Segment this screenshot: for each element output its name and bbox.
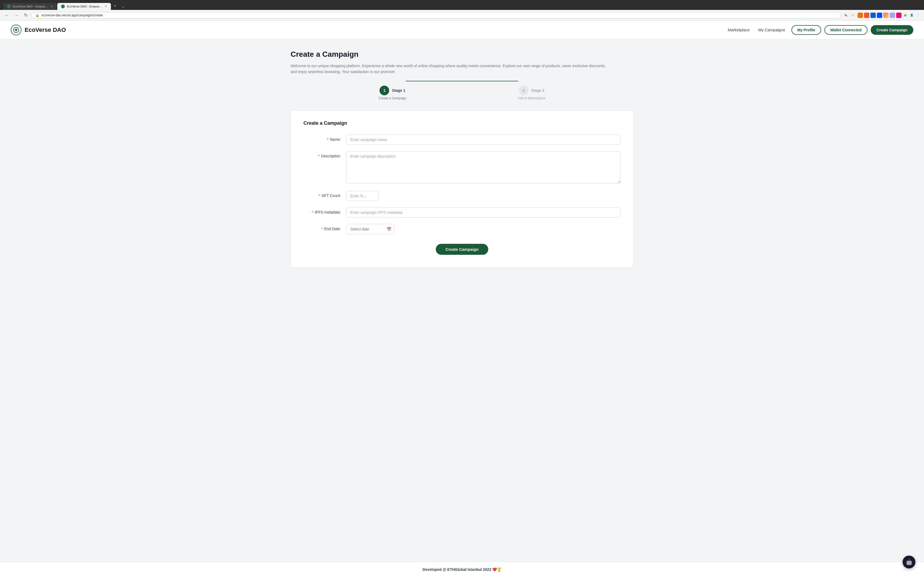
- logo-svg: [13, 27, 19, 33]
- ext-uniswap[interactable]: [896, 13, 901, 18]
- step-1: 1 Stage 1 Create a Campaign: [378, 85, 406, 100]
- brand-logo: [11, 25, 21, 35]
- ext-rainbow[interactable]: [883, 13, 888, 18]
- end-date-label: * End Date:: [304, 224, 346, 231]
- campaign-form: * Name: * Description:: [304, 135, 620, 255]
- description-field-row: * Description:: [304, 151, 620, 184]
- ext-profile[interactable]: 👤: [909, 13, 914, 18]
- end-date-field-row: * End Date: 📅: [304, 224, 620, 234]
- nft-count-required-star: *: [319, 193, 320, 198]
- form-card-title: Create a Campaign: [304, 121, 620, 126]
- footer-text: Developed @ ETHGlobal Istanbul 2023 ❤️🏆: [5, 567, 919, 572]
- name-required-star: *: [327, 137, 328, 142]
- tab-list-button[interactable]: ⌄: [119, 3, 127, 10]
- description-control: [346, 151, 620, 184]
- ipfs-required-star: *: [312, 210, 313, 214]
- ipfs-input[interactable]: [346, 208, 620, 218]
- chat-widget-icon: 🤖: [906, 559, 913, 565]
- footer: Developed @ ETHGlobal Istanbul 2023 ❤️🏆: [0, 562, 924, 577]
- ext-phantom[interactable]: [890, 13, 895, 18]
- description-required-star: *: [318, 154, 320, 158]
- tab-close-2[interactable]: ✕: [105, 5, 107, 8]
- new-tab-button[interactable]: +: [111, 2, 119, 10]
- description-label: * Description:: [304, 151, 346, 158]
- ipfs-field-row: * IPFS metadata:: [304, 208, 620, 218]
- page-title: Create a Campaign: [291, 50, 633, 59]
- tab-title-1: EcoVerse DAO - Empowering...: [13, 5, 48, 8]
- name-input[interactable]: [346, 135, 620, 145]
- main-content: Create a Campaign Welcome to our unique …: [275, 39, 649, 562]
- tab-favicon-2: [61, 5, 65, 8]
- form-card: Create a Campaign * Name: * D: [291, 111, 633, 268]
- wallet-connected-button[interactable]: Wallet Connected: [824, 25, 867, 35]
- ext-coinbase[interactable]: [877, 13, 882, 18]
- browser-tab-2[interactable]: EcoVerse DAO - Empowering... ✕: [57, 3, 111, 10]
- step-connector: [406, 81, 518, 81]
- nft-count-field-row: * NFT Count:: [304, 191, 620, 201]
- ipfs-control: [346, 208, 620, 218]
- brand-title: EcoVerse DAO: [25, 26, 66, 34]
- date-input-wrapper: 📅: [346, 224, 394, 234]
- end-date-input[interactable]: [346, 224, 394, 234]
- browser-toolbar: ← → ↻ 🔒 ecoverse-dao.vercel.app/campaign…: [0, 10, 924, 21]
- nft-count-label: * NFT Count:: [304, 191, 346, 198]
- step-2-sublabel: Add to Marketplace: [518, 96, 545, 100]
- my-profile-button[interactable]: My Profile: [792, 25, 821, 35]
- nft-count-control: [346, 191, 620, 201]
- address-text: ecoverse-dao.vercel.app/campaigns/create: [42, 13, 103, 17]
- nav-marketplace[interactable]: Marketplace: [728, 27, 750, 32]
- forward-button[interactable]: →: [13, 12, 20, 19]
- step-2-header: 2 Stage 2: [519, 85, 544, 95]
- step-1-circle: 1: [380, 85, 389, 95]
- browser-chrome: EcoVerse DAO - Empowering... ✕ EcoVerse …: [0, 0, 924, 10]
- nft-count-input[interactable]: [346, 191, 378, 201]
- main-nav: Marketplace My Campaigns: [728, 27, 785, 32]
- reload-button[interactable]: ↻: [23, 11, 29, 19]
- create-campaign-nav-button[interactable]: Create Campaign: [871, 25, 913, 35]
- name-field-row: * Name:: [304, 135, 620, 145]
- page-description: Welcome to our unique shopping platform.…: [291, 63, 612, 75]
- ext-brave[interactable]: [864, 13, 869, 18]
- ext-metamask[interactable]: [858, 13, 863, 18]
- step-2: 2 Stage 2 Add to Marketplace: [518, 85, 545, 100]
- address-bar[interactable]: 🔒 ecoverse-dao.vercel.app/campaigns/crea…: [31, 12, 841, 18]
- create-campaign-submit-button[interactable]: Create Campaign: [436, 244, 488, 255]
- navbar-actions: My Profile Wallet Connected Create Campa…: [792, 25, 913, 35]
- step-2-label: Stage 2: [531, 88, 544, 93]
- end-date-required-star: *: [321, 227, 323, 231]
- form-actions: Create Campaign: [304, 244, 620, 255]
- lock-icon: 🔒: [36, 13, 39, 17]
- browser-toolbar-icons: 🔖 ⭐: [843, 13, 855, 18]
- bookmark-icon[interactable]: 🔖: [843, 13, 848, 18]
- step-1-sublabel: Create a Campaign: [378, 96, 406, 100]
- nav-my-campaigns[interactable]: My Campaigns: [758, 27, 785, 32]
- step-2-circle: 2: [519, 85, 528, 95]
- end-date-control: 📅: [346, 224, 620, 234]
- steps-container: 1 Stage 1 Create a Campaign 2 Stage 2 Ad…: [291, 85, 633, 100]
- tab-close-1[interactable]: ✕: [50, 5, 53, 8]
- name-control: [346, 135, 620, 145]
- browser-tabs: EcoVerse DAO - Empowering... ✕ EcoVerse …: [3, 2, 921, 10]
- ext-menu[interactable]: ⋮: [916, 13, 921, 18]
- chat-widget[interactable]: 🤖: [903, 556, 916, 569]
- ext-puzzle[interactable]: 🧩: [903, 13, 908, 18]
- description-textarea[interactable]: [346, 151, 620, 183]
- browser-tab-1[interactable]: EcoVerse DAO - Empowering... ✕: [3, 3, 57, 10]
- extensions-icon[interactable]: ⭐: [850, 13, 855, 18]
- tab-title-2: EcoVerse DAO - Empowering...: [67, 5, 102, 8]
- ext-1password[interactable]: [871, 13, 876, 18]
- back-button[interactable]: ←: [3, 12, 11, 19]
- navbar-brand[interactable]: EcoVerse DAO: [11, 25, 66, 35]
- step-1-header: 1 Stage 1: [380, 85, 405, 95]
- ipfs-label: * IPFS metadata:: [304, 208, 346, 214]
- navbar: EcoVerse DAO Marketplace My Campaigns My…: [0, 21, 924, 39]
- step-1-label: Stage 1: [392, 88, 405, 93]
- browser-extensions: 🧩 👤 ⋮: [858, 13, 921, 18]
- page-wrapper: EcoVerse DAO Marketplace My Campaigns My…: [0, 21, 924, 577]
- name-label: * Name:: [304, 135, 346, 142]
- tab-favicon-1: [7, 5, 11, 8]
